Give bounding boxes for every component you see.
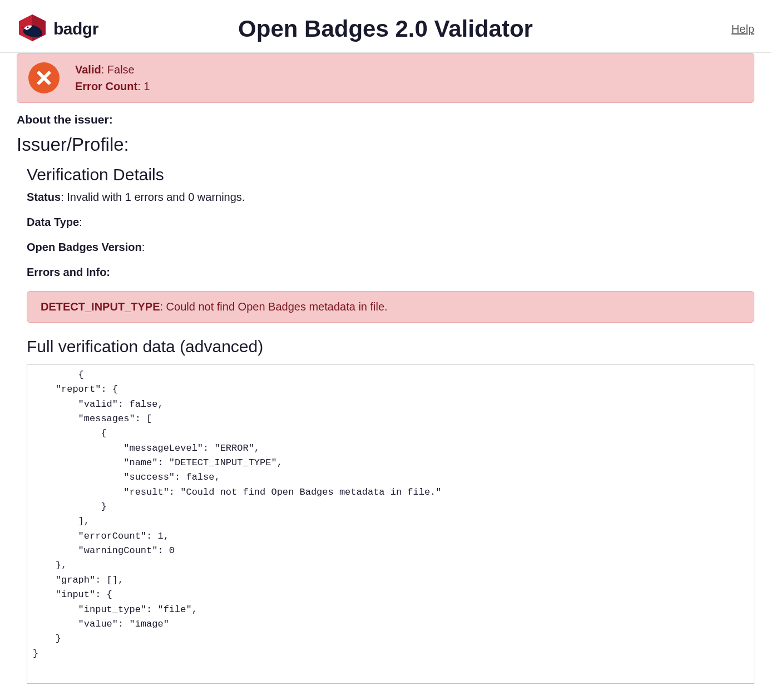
ob-version-line: Open Badges Version:: [27, 241, 754, 254]
status-label: Status: [27, 191, 61, 203]
error-name: DETECT_INPUT_TYPE: [41, 300, 160, 313]
badgr-logo-icon: [17, 13, 48, 45]
valid-label: Valid: [75, 63, 101, 76]
alert-text: Valid: False Error Count: 1: [75, 61, 150, 95]
verification-data-code: { "report": { "valid": false, "messages"…: [27, 364, 754, 684]
errors-info-label: Errors and Info:: [27, 266, 110, 278]
error-message: Could not find Open Badges metadata in f…: [166, 300, 388, 313]
page-title: Open Badges 2.0 Validator: [17, 16, 754, 42]
error-message-box: DETECT_INPUT_TYPE: Could not find Open B…: [27, 291, 754, 323]
ob-version-label: Open Badges Version: [27, 241, 142, 253]
verification-heading: Verification Details: [27, 165, 754, 184]
help-link[interactable]: Help: [732, 23, 754, 36]
validation-alert: Valid: False Error Count: 1: [17, 53, 754, 103]
content: About the issuer: Issuer/Profile: Verifi…: [0, 103, 771, 700]
errors-info-line: Errors and Info:: [27, 266, 754, 279]
svg-point-2: [27, 27, 29, 28]
status-value: Invalid with 1 errors and 0 warnings.: [67, 191, 245, 203]
data-type-line: Data Type:: [27, 216, 754, 229]
header: badgr Open Badges 2.0 Validator Help: [0, 0, 771, 53]
logo[interactable]: badgr: [17, 13, 98, 45]
issuer-heading: Issuer/Profile:: [17, 134, 754, 155]
error-icon: [28, 62, 60, 93]
error-count-label: Error Count: [75, 80, 137, 92]
logo-text: badgr: [53, 19, 98, 38]
verification-section: Verification Details Status: Invalid wit…: [17, 165, 754, 684]
status-line: Status: Invalid with 1 errors and 0 warn…: [27, 191, 754, 204]
data-type-label: Data Type: [27, 216, 79, 228]
valid-value: False: [107, 63, 135, 76]
error-count-value: 1: [144, 80, 150, 92]
about-heading: About the issuer:: [17, 113, 754, 126]
advanced-heading: Full verification data (advanced): [27, 337, 754, 356]
